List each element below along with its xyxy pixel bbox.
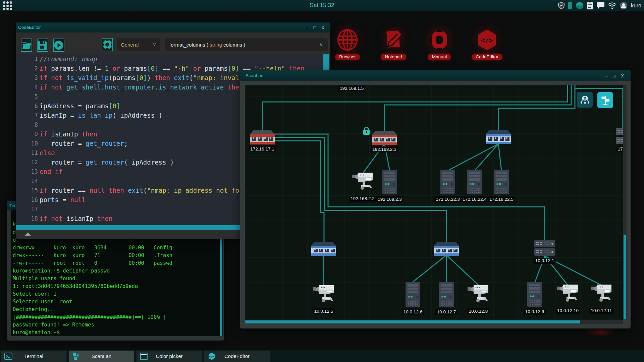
map-vscrollbar[interactable] [623, 85, 627, 320]
wifi-icon[interactable] [608, 2, 616, 9]
network-node-10.0.12.10[interactable]: 10.0.12.10 [556, 285, 579, 305]
line-number: 7 [16, 112, 38, 119]
line-number: 16 [16, 196, 38, 203]
svg-text:</>: </> [481, 36, 493, 44]
line-number: 4 [16, 84, 38, 90]
network-node-switch-blue[interactable] [486, 130, 511, 145]
taskbar-item-color-picker[interactable]: Color picker [137, 351, 202, 362]
map-hscrollbar[interactable] [245, 320, 623, 324]
codeeditor-toolbar: General ∨ format_columns ( string column… [16, 33, 330, 54]
hidden-icon-glow [585, 328, 615, 337]
desktop-icon-codeeditor[interactable]: </>CodeEditor [469, 29, 505, 60]
node-ip-label: 172.16.22.5 [488, 196, 515, 202]
battery-icon[interactable] [568, 2, 572, 9]
network-node-172[interactable]: 172 [616, 128, 623, 146]
username[interactable]: kuro [631, 3, 641, 9]
scanlan-window-controls: –□X [605, 73, 624, 78]
function-signature: format_columns ( string columns ) [169, 42, 245, 48]
minimize-button[interactable]: – [605, 73, 607, 78]
network-link [498, 144, 501, 171]
codeeditor-titlebar[interactable]: CodeEditor –□X [16, 22, 330, 33]
node-label-top: 192.168.1.5 [338, 85, 365, 92]
scroll-up-arrow[interactable] [24, 232, 31, 236]
node-ip-label: 10.0.12.6 [402, 309, 424, 315]
open-file-button[interactable] [21, 39, 32, 52]
network-node-172.16.22.4[interactable]: 172.16.22.4 [467, 170, 482, 196]
network-node-10.0.12.1[interactable]: 10.0.12.1 [534, 240, 555, 257]
line-number: 12 [16, 159, 38, 166]
network-map[interactable]: 172.16.17.1192.168.2.110.0.12.1172192.16… [245, 85, 623, 320]
shield-check-icon[interactable] [558, 2, 565, 9]
chat-icon[interactable] [597, 2, 604, 9]
network-link [274, 141, 324, 242]
terminal-row: k [13, 222, 16, 228]
svg-text:</>: </> [209, 355, 214, 358]
node-ip-label: 172 [616, 146, 623, 152]
network-node-10.0.12.6[interactable]: 10.0.12.6 [406, 282, 420, 308]
network-node-10.0.12.11[interactable]: 10.0.12.11 [590, 285, 613, 305]
taskbar: TerminalScanLanColor picker</>CodeEditor [0, 350, 644, 362]
signpost-button[interactable] [597, 92, 613, 108]
system-tray: kuro [558, 0, 641, 11]
network-node-10.0.12.5[interactable]: 10.0.12.5 [312, 285, 335, 305]
taskbar-item-codeeditor[interactable]: </>CodeEditor [204, 351, 270, 362]
manual-wheel-button[interactable] [102, 38, 113, 51]
desktop-icon-browser[interactable]: Browser [329, 29, 366, 60]
line-number: 14 [16, 178, 38, 184]
network-node-switch-blue[interactable] [434, 242, 459, 257]
avatar-icon[interactable] [620, 2, 627, 9]
terminal-row: kuro@station:~$ [13, 329, 60, 336]
bot-view-button[interactable] [577, 92, 593, 108]
run-button[interactable] [53, 39, 64, 52]
line-number: 10 [16, 140, 38, 147]
terminal-row: drwxrwx--- kuro kuro 3634 00:00 Config [13, 245, 172, 251]
network-link [448, 144, 498, 171]
category-dropdown[interactable]: General ∨ [117, 38, 160, 51]
desktop-icon-label: Notepad [381, 54, 406, 60]
network-node-10.0.12.8[interactable]: 10.0.12.8 [467, 285, 490, 305]
network-node-10.0.12.9[interactable]: 10.0.12.9 [527, 282, 542, 308]
terminal-row: Multiple users found. [13, 276, 78, 282]
scanlan-titlebar[interactable]: ScanLan –□X [240, 70, 631, 81]
save-button[interactable] [37, 39, 48, 52]
network-node-192.168.2.1[interactable]: 192.168.2.1 [372, 131, 397, 146]
clipboard-icon[interactable] [587, 2, 593, 9]
code-line: 1//command: nmap [16, 55, 330, 65]
network-node-172.16.17.1[interactable]: 172.16.17.1 [250, 130, 275, 146]
desktop-icon-manual[interactable]: Manual [421, 29, 458, 60]
network-node-switch-blue[interactable] [311, 242, 336, 257]
code-vscrollbar[interactable] [323, 54, 329, 70]
terminal-row: drwx------ kuro kuro 71 00:00 .Trash [13, 252, 172, 258]
function-dropdown[interactable]: format_columns ( string columns ) ∨ [165, 38, 328, 51]
node-ip-label: 10.0.12.11 [589, 308, 614, 314]
terminal-row: kuro@station:~$ decipher passwd [13, 268, 110, 274]
minimize-button[interactable]: – [306, 25, 308, 30]
terminal-row: Select user: 1 [13, 291, 57, 297]
network-node-192.168.2.2[interactable]: 192.168.2.2 [351, 173, 374, 193]
network-node-172.16.22.3[interactable]: 172.16.22.3 [440, 170, 455, 196]
maximize-button[interactable]: □ [613, 73, 615, 78]
network-link [446, 255, 478, 285]
node-ip-label: 10.0.12.7 [435, 309, 458, 315]
taskbar-item-scanlan[interactable]: ScanLan [69, 351, 134, 362]
system-top-bar: Sat 15:32 kuro [0, 0, 644, 11]
network-link [498, 85, 575, 130]
network-node-172.16.22.5[interactable]: 172.16.22.5 [494, 170, 509, 196]
node-ip-label: 172.16.17.1 [249, 146, 276, 152]
taskbar-item-terminal[interactable]: Terminal [1, 351, 66, 362]
maximize-button[interactable]: □ [313, 25, 316, 30]
close-button[interactable]: X [621, 73, 624, 78]
terminal-row: Deciphering... [13, 306, 57, 312]
network-node-10.0.12.7[interactable]: 10.0.12.7 [439, 282, 454, 308]
node-ip-label: 192.168.2.3 [376, 196, 403, 202]
close-button[interactable]: X [321, 25, 324, 30]
status-circle-icon[interactable] [576, 2, 583, 9]
desktop-icon-label: CodeEditor [472, 54, 502, 60]
terminal-row: d [13, 229, 16, 235]
category-value: General [121, 42, 139, 48]
node-ip-label: 172.16.22.4 [461, 196, 488, 202]
network-node-192.168.2.3[interactable]: 192.168.2.3 [382, 170, 397, 196]
terminal-row: [#####################################]=… [13, 314, 166, 320]
line-number: 3 [16, 74, 38, 81]
desktop-icon-notepad[interactable]: Notepad [375, 29, 412, 60]
